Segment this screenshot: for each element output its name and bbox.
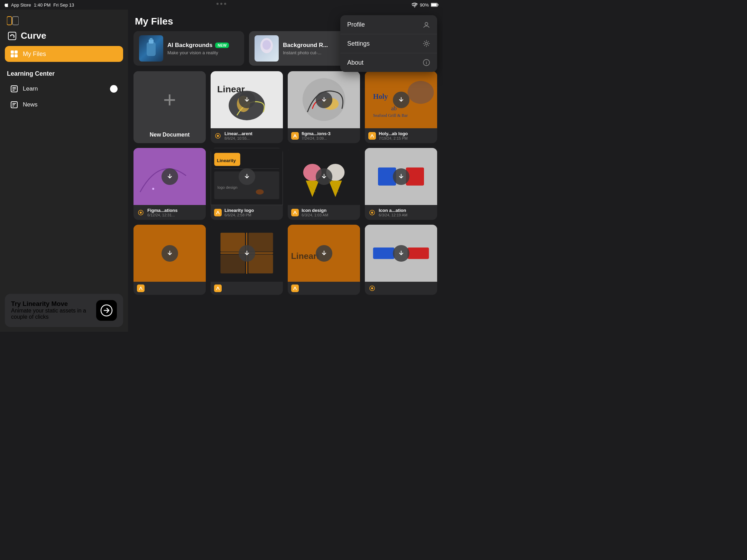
download-btn-1[interactable] bbox=[239, 92, 255, 108]
header-dots bbox=[216, 3, 226, 5]
my-files-label: My Files bbox=[23, 50, 46, 58]
status-left: App Store 1:40 PM Fri Sep 13 bbox=[4, 2, 74, 8]
svg-text:Holy: Holy bbox=[373, 92, 388, 101]
download-btn-11[interactable] bbox=[393, 245, 409, 262]
file-date-6: 6/3/24, 1:03 AM bbox=[302, 213, 328, 217]
dropdown-menu: Profile Settings About bbox=[340, 15, 437, 72]
learning-center-label: Learning Center bbox=[0, 62, 128, 81]
page-title: My Files bbox=[135, 16, 173, 27]
file-name-5: Linearity logo bbox=[224, 208, 254, 213]
file-icon-animation[interactable]: Icon a...ation 6/3/24, 12:19 AM bbox=[365, 148, 437, 220]
promo-title: Try Linearity Move bbox=[11, 300, 91, 308]
file-holy-ab[interactable]: Holy ab Seafood Grill & Bar bbox=[365, 71, 437, 143]
date: Fri Sep 13 bbox=[53, 2, 74, 8]
news-label: News bbox=[23, 101, 38, 108]
svg-rect-2 bbox=[431, 3, 437, 6]
download-btn-5[interactable] bbox=[239, 168, 255, 185]
file-date-2: 7/24/24, 3:09... bbox=[302, 136, 331, 140]
sidebar-item-my-files[interactable]: My Files bbox=[5, 46, 123, 62]
file-bottom2[interactable] bbox=[211, 225, 283, 295]
app-icon-linearity-2 bbox=[291, 132, 299, 140]
download-btn-9[interactable] bbox=[239, 245, 255, 262]
file-new-document[interactable]: + New Document bbox=[133, 71, 206, 143]
banner-ai-backgrounds[interactable]: AI Backgrounds NEW Make your vision a re… bbox=[133, 31, 244, 66]
app-icon-linearity-9 bbox=[214, 284, 222, 292]
svg-point-80 bbox=[425, 22, 428, 25]
learn-toggle[interactable] bbox=[110, 85, 118, 93]
svg-text:logo design: logo design bbox=[218, 185, 238, 189]
svg-rect-77 bbox=[408, 248, 429, 259]
promo-icon bbox=[96, 300, 117, 321]
file-linearity-logo[interactable]: Linearity logo design bbox=[211, 148, 283, 220]
file-bottom4[interactable] bbox=[365, 225, 437, 295]
file-bottom3[interactable]: Lineari bbox=[288, 225, 360, 295]
settings-icon bbox=[423, 40, 430, 47]
battery-icon bbox=[431, 3, 439, 7]
app-icon-linearity-8 bbox=[137, 284, 145, 292]
svg-rect-25 bbox=[147, 42, 156, 56]
file-name-3: Holy...ab logo bbox=[379, 131, 408, 136]
svg-point-43 bbox=[408, 81, 434, 104]
download-btn-4[interactable] bbox=[162, 168, 178, 185]
status-bar: App Store 1:40 PM Fri Sep 13 90% bbox=[0, 0, 443, 10]
promo-desc: Animate your static assets in a couple o… bbox=[11, 308, 91, 320]
download-btn-8[interactable] bbox=[162, 245, 178, 262]
wifi-icon bbox=[412, 3, 418, 7]
dropdown-settings[interactable]: Settings bbox=[340, 34, 437, 53]
news-icon bbox=[10, 101, 18, 109]
file-date-4: 6/12/24, 12:31... bbox=[147, 213, 177, 217]
bg-removal-title: Background R... bbox=[283, 42, 328, 49]
file-date-7: 6/3/24, 12:19 AM bbox=[379, 213, 407, 217]
file-date-3: 7/19/24, 2:15 PM bbox=[379, 136, 408, 140]
ai-banner-img bbox=[139, 35, 163, 62]
svg-rect-7 bbox=[11, 54, 14, 57]
svg-rect-3 bbox=[7, 17, 12, 25]
svg-point-34 bbox=[217, 135, 219, 137]
app-icon-curve-11 bbox=[368, 284, 376, 292]
app-icon-curve-4 bbox=[137, 209, 145, 216]
sidebar-item-learn[interactable]: Learn bbox=[5, 81, 123, 97]
download-btn-3[interactable] bbox=[393, 92, 409, 108]
battery-percent: 90% bbox=[420, 2, 429, 8]
file-figma-ions[interactable]: figma...ions-3 7/24/24, 3:09... bbox=[288, 71, 360, 143]
learn-icon bbox=[10, 85, 18, 93]
dropdown-about[interactable]: About bbox=[340, 53, 437, 72]
svg-rect-5 bbox=[11, 50, 14, 54]
file-icon-design[interactable]: Icon design 6/3/24, 1:03 AM bbox=[288, 148, 360, 220]
file-name-4: Figma...ations bbox=[147, 208, 177, 213]
file-name-7: Icon a...ation bbox=[379, 208, 407, 213]
time: 1:40 PM bbox=[34, 2, 50, 8]
svg-rect-4 bbox=[12, 17, 19, 25]
svg-rect-27 bbox=[150, 38, 153, 40]
bg-removal-img bbox=[255, 35, 279, 62]
app-icon-curve bbox=[214, 132, 222, 140]
dropdown-about-label: About bbox=[347, 59, 363, 66]
download-btn-7[interactable] bbox=[393, 168, 409, 185]
file-name-1: Linear...arent bbox=[224, 131, 252, 136]
file-linear-arent[interactable]: Linear bbox=[211, 71, 283, 143]
svg-point-53 bbox=[256, 189, 264, 195]
svg-point-81 bbox=[425, 43, 428, 45]
download-btn-10[interactable] bbox=[316, 245, 332, 262]
svg-rect-8 bbox=[15, 54, 18, 57]
svg-text:Seafood Grill & Bar: Seafood Grill & Bar bbox=[373, 113, 408, 118]
logo-text: Curve bbox=[21, 30, 46, 41]
file-bottom1[interactable] bbox=[133, 225, 206, 295]
app-icon-linearity-5 bbox=[214, 209, 222, 216]
sidebar-toggle-icon[interactable] bbox=[7, 16, 19, 26]
download-btn-6[interactable] bbox=[316, 168, 332, 185]
sidebar-nav: My Files bbox=[0, 46, 128, 62]
svg-point-47 bbox=[140, 212, 142, 214]
app-icon-linearity-6 bbox=[291, 209, 299, 216]
sidebar-item-news[interactable]: News bbox=[5, 97, 123, 113]
file-figma-ations[interactable]: Figma...ations 6/12/24, 12:31... bbox=[133, 148, 206, 220]
svg-point-79 bbox=[371, 287, 373, 289]
files-grid: + New Document Linear bbox=[128, 71, 443, 300]
svg-point-29 bbox=[262, 40, 271, 50]
promo-box[interactable]: Try Linearity Move Animate your static a… bbox=[5, 294, 123, 327]
download-btn-2[interactable] bbox=[316, 92, 332, 108]
app-icon-linearity-10 bbox=[291, 284, 299, 292]
dropdown-profile[interactable]: Profile bbox=[340, 15, 437, 34]
dropdown-settings-label: Settings bbox=[347, 40, 370, 47]
file-date-5: 6/6/24, 2:58 PM bbox=[224, 213, 254, 217]
